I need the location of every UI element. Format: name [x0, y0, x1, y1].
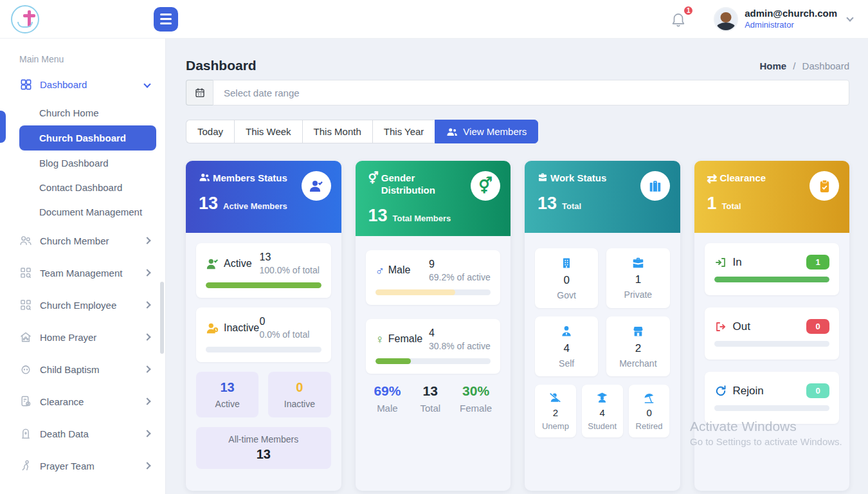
user-graduate-icon	[584, 392, 620, 404]
sidebar-item-death-data[interactable]: Death Data	[0, 417, 165, 450]
sidebar-subitem-contact-dashboard[interactable]: Contact Dashboard	[19, 176, 156, 199]
dashboard-submenu: Church Home Church Dashboard Blog Dashbo…	[0, 101, 165, 224]
view-members-button[interactable]: View Members	[435, 120, 538, 143]
user-check-icon	[206, 257, 220, 270]
chevron-right-icon	[143, 237, 150, 244]
work-tile-retired: 0 Retired	[629, 385, 670, 437]
sidebar-subitem-blog-dashboard[interactable]: Blog Dashboard	[19, 151, 156, 175]
work-tile-unemp: 2 Unemp	[535, 385, 576, 437]
umbrella-beach-icon	[631, 392, 667, 404]
document-check-icon	[19, 395, 32, 408]
sidebar-item-label: Dashboard	[40, 79, 87, 90]
sidebar-item-label: Church Employee	[40, 300, 116, 311]
active-stat-box: 13 Active	[196, 372, 258, 417]
sidebar-item-church-employee[interactable]: Church Employee	[0, 289, 165, 321]
users-icon	[19, 234, 32, 247]
kneeling-person-icon	[19, 459, 32, 472]
work-tile-govt: 0 Govt	[535, 248, 598, 308]
chevron-right-icon	[143, 398, 150, 405]
male-row: ♂ Male 9 69.2% of active	[366, 250, 501, 305]
count-badge: 1	[806, 255, 829, 270]
sidebar-subitem-church-home[interactable]: Church Home	[19, 101, 156, 125]
breadcrumb-current: Dashboard	[802, 60, 849, 71]
building-icon	[539, 257, 594, 270]
venus-mars-icon: ⚥	[471, 171, 500, 201]
sidebar-item-label: Church Member	[40, 235, 109, 246]
grid-search-icon	[19, 298, 32, 311]
today-button[interactable]: Today	[186, 120, 234, 143]
church-logo[interactable]	[11, 5, 39, 33]
profile-email: admin@church.com	[745, 8, 837, 20]
user-slash-icon	[538, 392, 574, 404]
count-badge: 0	[806, 383, 829, 398]
card-big-label: Total	[562, 201, 581, 211]
dashboard-grid-icon	[19, 78, 32, 91]
clearance-card: ⇄ Clearance 1 Total	[694, 161, 850, 491]
progress-bar	[206, 347, 321, 352]
chevron-right-icon	[143, 462, 150, 469]
card-title: Clearance	[719, 172, 766, 185]
progress-bar	[714, 277, 830, 282]
inactive-stat-box: 0 Inactive	[268, 372, 330, 417]
sidebar-item-team-management[interactable]: Team Management	[0, 257, 165, 289]
sidebar-section-label: Main Menu	[19, 54, 165, 64]
card-big-label: Total	[722, 201, 741, 211]
briefcase-icon	[610, 257, 665, 269]
sidebar: Main Menu Dashboard Church Home Church D…	[0, 39, 166, 494]
profile-menu[interactable]: admin@church.com Administrator	[714, 7, 853, 32]
card-title: Gender Distribution	[381, 172, 452, 197]
progress-bar	[206, 282, 321, 288]
this-week-button[interactable]: This Week	[234, 120, 302, 143]
chevron-down-icon	[143, 80, 150, 87]
avatar	[714, 7, 738, 32]
page-title: Dashboard	[186, 58, 257, 73]
baby-icon	[19, 363, 32, 376]
count-badge: 0	[806, 319, 829, 334]
inactive-members-row: Inactive 0 0.0% of total	[196, 307, 331, 362]
sidebar-item-church-member[interactable]: Church Member	[0, 224, 165, 257]
work-tile-student: 4 Student	[582, 385, 623, 437]
sidebar-item-label: Clearance	[40, 396, 84, 407]
alltime-members-box: All-time Members 13	[196, 427, 331, 469]
briefcase-icon	[538, 172, 548, 182]
sidebar-item-label: Child Baptism	[40, 364, 100, 375]
breadcrumb-home-link[interactable]: Home	[759, 60, 786, 71]
work-tile-private: 1 Private	[606, 248, 669, 308]
sidebar-item-clearance[interactable]: Clearance	[0, 385, 165, 417]
sidebar-subitem-document-management[interactable]: Document Management	[19, 200, 156, 224]
date-range-input[interactable]	[213, 80, 849, 105]
briefcase-icon	[640, 171, 670, 201]
sidebar-item-label: Home Prayer	[40, 332, 96, 343]
active-menu-marker	[0, 111, 6, 143]
clearance-rejoin-row: Rejoin 0	[705, 372, 840, 424]
store-icon	[610, 325, 665, 338]
card-big-number: 13	[368, 206, 388, 226]
chevron-right-icon	[143, 430, 150, 437]
this-month-button[interactable]: This Month	[302, 120, 372, 143]
clearance-in-row: In 1	[705, 243, 840, 295]
sidebar-item-child-baptism[interactable]: Child Baptism	[0, 353, 165, 385]
main-content: Dashboard Home / Dashboard Today This We…	[166, 39, 868, 494]
this-year-button[interactable]: This Year	[372, 120, 435, 143]
calendar-icon	[186, 80, 213, 105]
card-title: Members Status	[213, 172, 287, 185]
chevron-right-icon	[143, 333, 150, 340]
users-icon	[446, 127, 458, 137]
exchange-icon: ⇄	[707, 172, 718, 185]
sidebar-item-dashboard[interactable]: Dashboard	[0, 68, 165, 100]
sidebar-item-prayer-team[interactable]: Prayer Team	[0, 450, 165, 482]
work-tile-self: 4 Self	[535, 316, 598, 376]
card-big-number: 13	[199, 194, 218, 214]
notifications-button[interactable]: 1	[670, 11, 687, 28]
sidebar-item-home-prayer[interactable]: Home Prayer	[0, 321, 165, 353]
top-bar: 1 admin@church.com Administrator	[0, 0, 868, 39]
progress-bar	[375, 289, 491, 295]
sidebar-scrollbar[interactable]	[160, 282, 164, 354]
profile-role: Administrator	[745, 20, 837, 30]
sidebar-item-label: Prayer Team	[40, 461, 95, 471]
home-users-icon	[19, 331, 32, 343]
card-big-label: Active Members	[223, 201, 287, 211]
sidebar-subitem-church-dashboard[interactable]: Church Dashboard	[19, 125, 156, 151]
user-tie-icon	[539, 325, 594, 338]
sidebar-toggle-button[interactable]	[154, 7, 178, 32]
